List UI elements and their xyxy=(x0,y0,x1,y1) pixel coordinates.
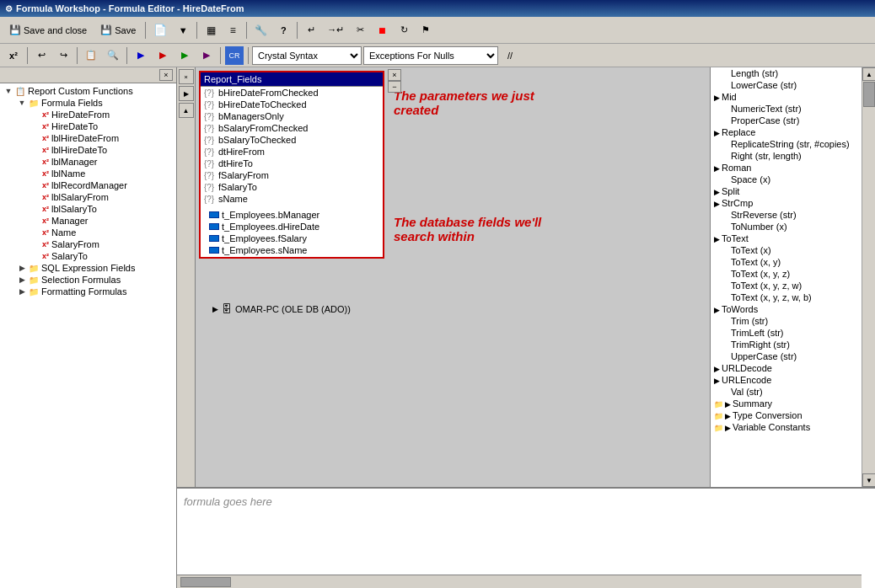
exceptions-dropdown[interactable]: Exceptions For Nulls xyxy=(363,46,498,65)
sidebar-item-lblsalaryfrom[interactable]: x² lblSalaryFrom xyxy=(2,191,174,203)
button-cut[interactable]: ✂ xyxy=(350,20,370,40)
func-item[interactable]: ReplicateString (str, #copies) xyxy=(711,138,862,150)
db-field-fsalary[interactable]: t_Employees.fSalary xyxy=(202,233,381,244)
func-item[interactable]: ▶Roman xyxy=(711,162,862,174)
func-item[interactable]: ProperCase (str) xyxy=(711,115,862,126)
sidebar-item-selection[interactable]: ▶ 📁 Selection Formulas xyxy=(2,274,174,286)
func-item[interactable]: Space (x) xyxy=(711,174,862,185)
new-dropdown-button[interactable]: ▼ xyxy=(173,20,193,40)
func-item[interactable]: ▶Split xyxy=(711,185,862,197)
new-button[interactable]: 📄 xyxy=(149,20,171,40)
func-item[interactable]: ▶Replace xyxy=(711,126,862,138)
field-row-bmanagersonly[interactable]: {?} bManagersOnly xyxy=(201,110,383,122)
save-button[interactable]: 💾 Save xyxy=(94,20,142,40)
button-nav1[interactable]: ↵ xyxy=(301,20,321,40)
formula-scrollbar[interactable] xyxy=(177,575,862,588)
field-row-bhiredatetochecked[interactable]: {?} bHireDateToChecked xyxy=(201,99,383,110)
field-row-fsalaryfrom[interactable]: {?} fSalaryFrom xyxy=(201,169,383,181)
db-field-sname[interactable]: t_Employees.sName xyxy=(202,244,381,256)
formula-area[interactable]: formula goes here xyxy=(177,487,875,588)
func-item[interactable]: ToText (x, y, z, w) xyxy=(711,280,862,291)
scroll-up-arrow[interactable]: ▲ xyxy=(862,67,875,81)
func-item[interactable]: ▶Mid xyxy=(711,91,862,103)
button-arrow-purple[interactable]: ▶ xyxy=(196,45,217,66)
func-item[interactable]: Val (str) xyxy=(711,386,862,398)
func-item[interactable]: TrimRight (str) xyxy=(711,339,862,350)
functions-scrollbar[interactable]: ▲ ▼ xyxy=(862,67,875,487)
func-item[interactable]: ToText (x, y) xyxy=(711,256,862,268)
sidebar-item-formatting[interactable]: ▶ 📁 Formatting Formulas xyxy=(2,286,174,297)
sidebar-item-sql[interactable]: ▶ 📁 SQL Expression Fields xyxy=(2,262,174,274)
sidebar-item-lblrecordmanager[interactable]: x² lblRecordManager xyxy=(2,179,174,191)
button-list[interactable]: ≡ xyxy=(223,20,243,40)
fields-min-btn[interactable]: − xyxy=(388,81,401,93)
func-item[interactable]: TrimLeft (str) xyxy=(711,327,862,339)
sidebar-item-lblhiredatefrom[interactable]: x² lblHireDateFrom xyxy=(2,132,174,144)
func-item[interactable]: Trim (str) xyxy=(711,315,862,327)
func-item[interactable]: 📁▶Variable Constants xyxy=(711,421,862,433)
func-item[interactable]: ToText (x) xyxy=(711,244,862,256)
button-arrow-red[interactable]: ▶ xyxy=(153,45,173,66)
field-row-bsalarytochecked[interactable]: {?} bSalaryToChecked xyxy=(201,134,383,146)
field-row-dthirefrom[interactable]: {?} dtHireFrom xyxy=(201,146,383,158)
nav-collapse-btn[interactable]: ▶ xyxy=(179,86,194,101)
button-nav2[interactable]: →↵ xyxy=(323,20,348,40)
syntax-dropdown[interactable]: Crystal Syntax xyxy=(252,46,362,65)
button-undo[interactable]: ↩ xyxy=(31,45,51,66)
sidebar-item-salaryto[interactable]: x² SalaryTo xyxy=(2,250,174,262)
func-item[interactable]: ▶URLDecode xyxy=(711,362,862,374)
func-item[interactable]: ▶URLEncode xyxy=(711,374,862,386)
button-arrow-green[interactable]: ▶ xyxy=(174,45,195,66)
left-panel-close[interactable]: × xyxy=(159,69,173,81)
button-x2[interactable]: x² xyxy=(3,45,24,66)
sidebar-item-lblmanager[interactable]: x² lblManager xyxy=(2,156,174,168)
func-item[interactable]: NumericText (str) xyxy=(711,103,862,115)
field-row-dthireto[interactable]: {?} dtHireTo xyxy=(201,158,383,169)
button-crystal[interactable]: CR xyxy=(224,45,244,66)
sidebar-item-lblname[interactable]: x² lblName xyxy=(2,168,174,179)
sidebar-item-lblhiredateto[interactable]: x² lblHireDateTo xyxy=(2,144,174,156)
sidebar-item-hiredatefrom[interactable]: x² HireDateFrom xyxy=(2,109,174,120)
func-item[interactable]: Length (str) xyxy=(711,67,862,79)
sidebar-item-salaryfrom[interactable]: x² SalaryFrom xyxy=(2,238,174,250)
button-search[interactable]: 🔍 xyxy=(103,45,123,66)
button-arrow-blue[interactable]: ▶ xyxy=(131,45,151,66)
field-row-fsalaryto[interactable]: {?} fSalaryTo xyxy=(201,181,383,193)
db-field-dhiredate[interactable]: t_Employees.dHireDate xyxy=(202,221,381,233)
button-clipboard[interactable]: 📋 xyxy=(81,45,101,66)
sidebar-item-formula-fields[interactable]: ▼ 📁 Formula Fields xyxy=(2,97,174,109)
button-wrench[interactable]: 🔧 xyxy=(250,20,271,40)
field-row-bsalaryfromchecked[interactable]: {?} bSalaryFromChecked xyxy=(201,122,383,134)
button-refresh[interactable]: ↻ xyxy=(394,20,414,40)
func-item[interactable]: 📁▶Type Conversion xyxy=(711,409,862,421)
func-item[interactable]: ToText (x, y, z, w, b) xyxy=(711,291,862,303)
sidebar-item-report-custom[interactable]: ▼ 📋 Report Custom Functions xyxy=(2,85,174,97)
func-item[interactable]: StrReverse (str) xyxy=(711,209,862,221)
sidebar-item-lblsalaryto[interactable]: x² lblSalaryTo xyxy=(2,203,174,215)
func-item[interactable]: ToNumber (x) xyxy=(711,221,862,233)
func-item[interactable]: UpperCase (str) xyxy=(711,350,862,362)
button-redo[interactable]: ↪ xyxy=(53,45,73,66)
db-node[interactable]: ▶ 🗄 OMAR-PC (OLE DB (ADO)) xyxy=(212,303,351,315)
nav-close-btn[interactable]: × xyxy=(179,69,194,84)
db-field-bmanager[interactable]: t_Employees.bManager xyxy=(202,209,381,221)
func-item[interactable]: LowerCase (str) xyxy=(711,79,862,91)
func-item[interactable]: ▶ToText xyxy=(711,233,862,244)
sidebar-item-name[interactable]: x² Name xyxy=(2,227,174,238)
sidebar-item-manager[interactable]: x² Manager xyxy=(2,215,174,227)
func-item[interactable]: ▶StrCmp xyxy=(711,197,862,209)
save-close-button[interactable]: 💾 Save and close xyxy=(3,20,93,40)
button-flag[interactable]: ⚑ xyxy=(416,20,436,40)
button-help[interactable]: ? xyxy=(273,20,293,40)
scroll-down-arrow[interactable]: ▼ xyxy=(862,473,875,487)
func-item[interactable]: 📁▶Summary xyxy=(711,398,862,409)
field-row-sname[interactable]: {?} sName xyxy=(201,193,383,205)
func-item[interactable]: Right (str, length) xyxy=(711,150,862,162)
button-stop[interactable]: ⏹ xyxy=(372,20,392,40)
comment-button[interactable]: // xyxy=(500,45,520,66)
button-grid[interactable]: ▦ xyxy=(201,20,221,40)
field-row-bhiredatefromchecked[interactable]: {?} bHireDateFromChecked xyxy=(201,87,383,99)
sidebar-item-hiredateto[interactable]: x² HireDateTo xyxy=(2,120,174,132)
fields-close-btn[interactable]: × xyxy=(388,69,401,81)
nav-expand-btn[interactable]: ▲ xyxy=(179,103,194,118)
